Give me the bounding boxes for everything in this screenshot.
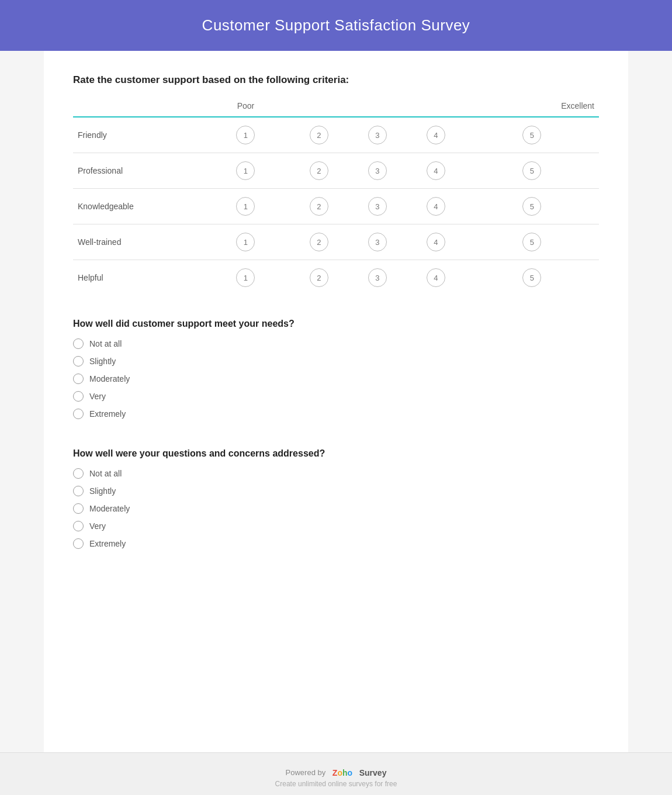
radio-circle-1-5[interactable]: 5 — [522, 161, 541, 180]
logo-o2: o — [348, 768, 353, 777]
radio-option-q1-1[interactable]: Slightly — [73, 356, 599, 367]
rating-cell-3-4[interactable]: 4 — [407, 224, 465, 260]
radio-input-q2-2[interactable] — [73, 503, 84, 514]
radio-circle-4-2[interactable]: 2 — [310, 268, 328, 287]
radio-circle-0-1[interactable]: 1 — [236, 126, 255, 144]
rating-cell-1-4[interactable]: 4 — [407, 153, 465, 189]
radio-option-q1-0[interactable]: Not at all — [73, 338, 599, 349]
radio-circle-1-1[interactable]: 1 — [236, 161, 255, 180]
rating-cell-3-5[interactable]: 5 — [465, 224, 599, 260]
rating-cell-1-3[interactable]: 3 — [348, 153, 407, 189]
rating-cell-0-4[interactable]: 4 — [407, 117, 465, 153]
radio-option-q1-3[interactable]: Very — [73, 391, 599, 402]
radio-input-q1-3[interactable] — [73, 391, 84, 402]
radio-circle-2-4[interactable]: 4 — [427, 197, 445, 216]
brand-rest: Survey — [359, 768, 387, 777]
radio-circle-1-2[interactable]: 2 — [310, 161, 328, 180]
radio-input-q1-0[interactable] — [73, 338, 84, 349]
radio-input-q1-1[interactable] — [73, 356, 84, 367]
rating-cell-4-5[interactable]: 5 — [465, 260, 599, 296]
table-row: Well-trained12345 — [73, 224, 599, 260]
table-row: Friendly12345 — [73, 117, 599, 153]
rating-cell-3-3[interactable]: 3 — [348, 224, 407, 260]
radio-circle-0-2[interactable]: 2 — [310, 126, 328, 144]
page-footer: Powered by Zoho Survey Create unlimited … — [0, 752, 672, 795]
radio-circle-4-4[interactable]: 4 — [427, 268, 445, 287]
radio-option-q1-2[interactable]: Moderately — [73, 374, 599, 384]
table-row: Helpful12345 — [73, 260, 599, 296]
rating-cell-3-2[interactable]: 2 — [290, 224, 348, 260]
rating-cell-0-1[interactable]: 1 — [202, 117, 290, 153]
radio-circle-2-5[interactable]: 5 — [522, 197, 541, 216]
radio-input-q2-3[interactable] — [73, 521, 84, 531]
radio-input-q2-0[interactable] — [73, 468, 84, 479]
rating-cell-2-2[interactable]: 2 — [290, 189, 348, 224]
zoho-logo: Zoho — [332, 768, 352, 777]
rating-cell-4-2[interactable]: 2 — [290, 260, 348, 296]
logo-z: Z — [332, 768, 338, 777]
rating-cell-1-1[interactable]: 1 — [202, 153, 290, 189]
page-header: Customer Support Satisfaction Survey — [0, 0, 672, 51]
radio-input-q1-2[interactable] — [73, 374, 84, 384]
table-header-row: Poor Excellent — [73, 95, 599, 117]
question2-options: Not at allSlightlyModeratelyVeryExtremel… — [73, 468, 599, 549]
radio-option-q2-2[interactable]: Moderately — [73, 503, 599, 514]
col-excellent-header: Excellent — [465, 95, 599, 117]
table-row: Professional12345 — [73, 153, 599, 189]
radio-circle-3-4[interactable]: 4 — [427, 233, 445, 251]
rating-cell-2-3[interactable]: 3 — [348, 189, 407, 224]
question1-title: How well did customer support meet your … — [73, 319, 599, 329]
radio-option-q2-4[interactable]: Extremely — [73, 538, 599, 549]
radio-circle-2-3[interactable]: 3 — [368, 197, 387, 216]
col-4-header — [407, 95, 465, 117]
radio-circle-4-1[interactable]: 1 — [236, 268, 255, 287]
rating-cell-0-5[interactable]: 5 — [465, 117, 599, 153]
rating-cell-4-3[interactable]: 3 — [348, 260, 407, 296]
radio-circle-2-2[interactable]: 2 — [310, 197, 328, 216]
radio-option-q1-4[interactable]: Extremely — [73, 409, 599, 419]
radio-circle-0-5[interactable]: 5 — [522, 126, 541, 144]
radio-circle-0-3[interactable]: 3 — [368, 126, 387, 144]
col-label-header — [73, 95, 202, 117]
row-label-1: Professional — [73, 153, 202, 189]
radio-input-q2-1[interactable] — [73, 486, 84, 496]
rating-cell-0-3[interactable]: 3 — [348, 117, 407, 153]
rating-cell-4-1[interactable]: 1 — [202, 260, 290, 296]
question2-title: How well were your questions and concern… — [73, 448, 599, 459]
row-label-4: Helpful — [73, 260, 202, 296]
radio-label-q1-2: Moderately — [89, 374, 130, 383]
rating-instruction: Rate the customer support based on the f… — [73, 74, 599, 86]
radio-circle-4-3[interactable]: 3 — [368, 268, 387, 287]
rating-cell-1-5[interactable]: 5 — [465, 153, 599, 189]
radio-circle-3-1[interactable]: 1 — [236, 233, 255, 251]
table-row: Knowledgeable12345 — [73, 189, 599, 224]
radio-option-q2-3[interactable]: Very — [73, 521, 599, 531]
footer-sub-text: Create unlimited online surveys for free — [14, 780, 658, 788]
radio-circle-3-3[interactable]: 3 — [368, 233, 387, 251]
rating-cell-2-4[interactable]: 4 — [407, 189, 465, 224]
survey-title: Customer Support Satisfaction Survey — [23, 16, 649, 34]
radio-circle-4-5[interactable]: 5 — [522, 268, 541, 287]
rating-cell-2-5[interactable]: 5 — [465, 189, 599, 224]
rating-section: Rate the customer support based on the f… — [73, 74, 599, 295]
rating-cell-4-4[interactable]: 4 — [407, 260, 465, 296]
radio-circle-0-4[interactable]: 4 — [427, 126, 445, 144]
radio-circle-3-5[interactable]: 5 — [522, 233, 541, 251]
radio-label-q2-3: Very — [89, 521, 106, 531]
rating-cell-3-1[interactable]: 1 — [202, 224, 290, 260]
radio-circle-3-2[interactable]: 2 — [310, 233, 328, 251]
rating-cell-0-2[interactable]: 2 — [290, 117, 348, 153]
rating-cell-2-1[interactable]: 1 — [202, 189, 290, 224]
main-content: Rate the customer support based on the f… — [44, 51, 628, 752]
row-label-2: Knowledgeable — [73, 189, 202, 224]
radio-input-q2-4[interactable] — [73, 538, 84, 549]
radio-label-q1-1: Slightly — [89, 357, 116, 366]
rating-cell-1-2[interactable]: 2 — [290, 153, 348, 189]
radio-option-q2-0[interactable]: Not at all — [73, 468, 599, 479]
radio-circle-1-3[interactable]: 3 — [368, 161, 387, 180]
radio-option-q2-1[interactable]: Slightly — [73, 486, 599, 496]
radio-circle-2-1[interactable]: 1 — [236, 197, 255, 216]
radio-input-q1-4[interactable] — [73, 409, 84, 419]
radio-circle-1-4[interactable]: 4 — [427, 161, 445, 180]
row-label-3: Well-trained — [73, 224, 202, 260]
